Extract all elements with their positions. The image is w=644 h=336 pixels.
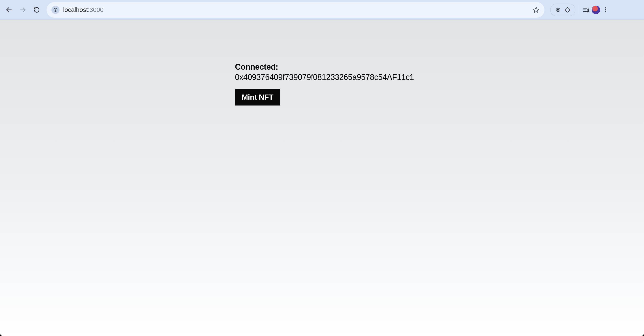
extensions-pill[interactable] — [550, 4, 575, 16]
reload-button[interactable] — [31, 4, 42, 16]
info-icon — [53, 8, 58, 12]
svg-point-7 — [557, 10, 558, 10]
svg-point-8 — [558, 10, 559, 10]
svg-point-14 — [605, 7, 606, 8]
star-icon — [533, 7, 540, 13]
page-viewport: Connected: 0x409376409f739079f081233265a… — [0, 20, 644, 336]
wallet-address: 0x409376409f739079f081233265a9578c54AF11… — [235, 73, 504, 82]
bookmark-button[interactable] — [533, 7, 540, 13]
connected-label: Connected: — [235, 62, 504, 72]
svg-marker-5 — [534, 7, 539, 13]
profile-avatar[interactable] — [592, 6, 600, 14]
address-bar[interactable]: localhost:3000 — [46, 2, 544, 18]
svg-rect-6 — [556, 8, 560, 12]
arrow-left-icon — [5, 6, 12, 14]
svg-point-16 — [605, 11, 606, 12]
url-port: :3000 — [88, 6, 104, 14]
mint-nft-button[interactable]: Mint NFT — [235, 89, 280, 106]
url-display[interactable]: localhost:3000 — [63, 6, 104, 14]
toolbar-right-group — [548, 4, 609, 16]
media-controls-button[interactable] — [583, 7, 590, 13]
browser-menu-button[interactable] — [602, 7, 609, 13]
reload-icon — [33, 7, 40, 13]
extensions-icon[interactable] — [564, 7, 570, 13]
site-info-button[interactable] — [52, 6, 60, 14]
browser-toolbar: localhost:3000 — [0, 0, 644, 20]
robot-extension-icon[interactable] — [555, 7, 561, 13]
main-content: Connected: 0x409376409f739079f081233265a… — [235, 62, 504, 106]
url-host: localhost — [63, 6, 88, 14]
kebab-icon — [602, 7, 609, 13]
svg-point-4 — [56, 9, 56, 9]
browser-window: localhost:3000 — [0, 0, 644, 336]
arrow-right-icon — [19, 6, 26, 14]
back-button[interactable] — [3, 4, 15, 16]
forward-button[interactable] — [17, 4, 29, 16]
svg-point-15 — [605, 9, 606, 10]
